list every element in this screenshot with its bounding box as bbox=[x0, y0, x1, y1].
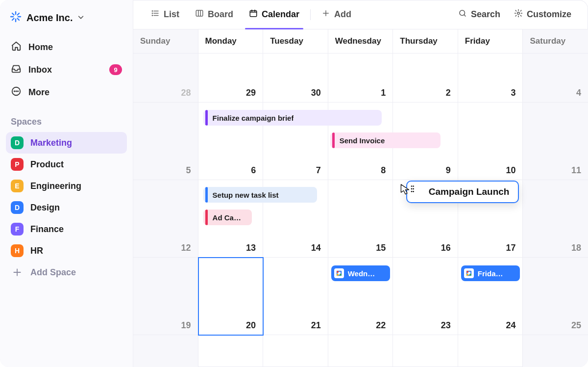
view-tab-calendar[interactable]: Calendar bbox=[243, 0, 305, 29]
day-number: 21 bbox=[311, 320, 321, 331]
day-number: 12 bbox=[181, 243, 191, 253]
space-item-finance[interactable]: FFinance bbox=[6, 218, 127, 240]
day-number: 7 bbox=[316, 165, 321, 176]
calendar-cell[interactable] bbox=[458, 335, 523, 367]
calendar-cell[interactable]: 10 bbox=[458, 103, 523, 180]
calendar-cell[interactable]: 1 bbox=[328, 53, 393, 103]
svg-point-29 bbox=[411, 185, 412, 187]
space-color-chip: F bbox=[11, 223, 24, 236]
calendar-cell[interactable]: 3 bbox=[458, 53, 523, 103]
calendar-cell[interactable]: 2 bbox=[393, 53, 458, 103]
search-button[interactable]: Search bbox=[453, 5, 505, 25]
space-item-engineering[interactable]: EEngineering bbox=[6, 175, 127, 197]
calendar-cell[interactable]: 28 bbox=[133, 53, 198, 103]
calendar-cell[interactable]: 23 bbox=[393, 258, 458, 335]
nav-more[interactable]: More bbox=[6, 81, 127, 103]
day-number: 30 bbox=[311, 88, 321, 98]
calendar-cell[interactable]: 30 bbox=[263, 53, 328, 103]
calendar-cell[interactable]: 18 bbox=[523, 180, 588, 258]
day-number: 6 bbox=[251, 165, 256, 176]
day-number: 24 bbox=[506, 320, 515, 331]
board-icon bbox=[195, 9, 204, 20]
calendar-cell[interactable]: 15 bbox=[328, 180, 393, 258]
calendar-header-thursday: Thursday bbox=[393, 29, 458, 53]
event-send-invoice[interactable]: Send Invoice bbox=[330, 132, 441, 148]
calendar-cell[interactable]: 20 bbox=[198, 258, 264, 335]
space-item-hr[interactable]: HHR bbox=[6, 240, 127, 262]
event-label: Setup new task list bbox=[213, 191, 279, 199]
day-number: 10 bbox=[506, 165, 515, 176]
plus-icon bbox=[11, 267, 24, 277]
event-color-bar bbox=[205, 210, 208, 225]
calendar-cell[interactable]: 4 bbox=[523, 53, 588, 103]
calendar-cell[interactable] bbox=[263, 335, 328, 367]
calendar-cell[interactable]: 21 bbox=[263, 258, 328, 335]
event-gcal-wednesday[interactable]: Wedn… bbox=[331, 265, 391, 281]
svg-rect-16 bbox=[250, 11, 257, 17]
svg-point-33 bbox=[411, 191, 412, 192]
more-icon bbox=[11, 86, 22, 99]
day-number: 25 bbox=[571, 320, 581, 331]
view-tab-calendar-label: Calendar bbox=[262, 9, 299, 20]
calendar-icon bbox=[249, 9, 258, 20]
calendar-cell[interactable] bbox=[393, 335, 458, 367]
event-setup-task-list[interactable]: Setup new task list bbox=[203, 187, 317, 203]
calendar-cell[interactable] bbox=[328, 335, 393, 367]
tab-divider bbox=[310, 9, 311, 20]
day-number: 2 bbox=[446, 88, 451, 98]
workspace-switcher[interactable]: Acme Inc. bbox=[6, 8, 127, 33]
calendar-cell[interactable]: 11 bbox=[523, 103, 588, 180]
gear-icon bbox=[514, 9, 523, 20]
drag-card-label: Campaign Launch bbox=[429, 186, 510, 197]
day-number: 28 bbox=[181, 88, 191, 98]
day-number: 23 bbox=[441, 320, 451, 331]
day-number: 17 bbox=[506, 243, 515, 253]
calendar-cell[interactable]: 12 bbox=[133, 180, 198, 258]
event-gcal-friday[interactable]: Frida… bbox=[461, 265, 520, 281]
app-logo-icon bbox=[10, 11, 22, 25]
space-item-product[interactable]: PProduct bbox=[6, 154, 127, 175]
view-tab-board[interactable]: Board bbox=[189, 0, 239, 29]
svg-rect-27 bbox=[466, 274, 468, 276]
event-ad-campaign[interactable]: Ad Ca… bbox=[203, 210, 252, 225]
day-number: 9 bbox=[446, 165, 451, 176]
event-color-bar bbox=[205, 187, 208, 203]
day-number: 19 bbox=[181, 320, 191, 331]
calendar-cell[interactable] bbox=[198, 335, 264, 367]
space-label: Design bbox=[30, 203, 60, 213]
event-color-bar bbox=[332, 132, 335, 148]
space-label: HR bbox=[30, 246, 43, 256]
svg-rect-22 bbox=[337, 274, 339, 276]
customize-label: Customize bbox=[527, 9, 571, 20]
view-tab-list[interactable]: List bbox=[145, 0, 185, 29]
customize-button[interactable]: Customize bbox=[509, 5, 576, 25]
calendar-cell[interactable]: 5 bbox=[133, 103, 198, 180]
calendar-cell[interactable]: 25 bbox=[523, 258, 588, 335]
calendar-header-monday: Monday bbox=[198, 29, 264, 53]
nav-more-label: More bbox=[28, 87, 122, 98]
day-number: 15 bbox=[376, 243, 386, 253]
day-number: 16 bbox=[441, 243, 451, 253]
space-label: Engineering bbox=[30, 181, 81, 191]
nav-home[interactable]: Home bbox=[6, 36, 127, 58]
calendar-header-tuesday: Tuesday bbox=[263, 29, 328, 53]
add-view-label: Add bbox=[334, 9, 351, 20]
add-space-button[interactable]: Add Space bbox=[6, 262, 127, 283]
space-color-chip: H bbox=[11, 244, 24, 257]
calendar-cell[interactable] bbox=[133, 335, 198, 367]
space-label: Marketing bbox=[30, 138, 72, 148]
svg-point-32 bbox=[413, 188, 414, 190]
space-color-chip: E bbox=[11, 180, 24, 192]
add-view-button[interactable]: Add bbox=[316, 0, 357, 29]
calendar-cell[interactable]: 19 bbox=[133, 258, 198, 335]
calendar-cell[interactable] bbox=[523, 335, 588, 367]
search-label: Search bbox=[471, 9, 500, 20]
svg-rect-15 bbox=[196, 10, 203, 16]
space-item-marketing[interactable]: DMarketing bbox=[6, 132, 127, 154]
event-finalize-brief[interactable]: Finalize campaign brief bbox=[203, 110, 382, 126]
nav-inbox[interactable]: Inbox 9 bbox=[6, 59, 127, 80]
space-item-design[interactable]: DDesign bbox=[6, 197, 127, 218]
svg-point-11 bbox=[17, 90, 18, 91]
calendar-cell[interactable]: 29 bbox=[198, 53, 264, 103]
dragging-event-card[interactable]: Campaign Launch bbox=[406, 181, 519, 203]
